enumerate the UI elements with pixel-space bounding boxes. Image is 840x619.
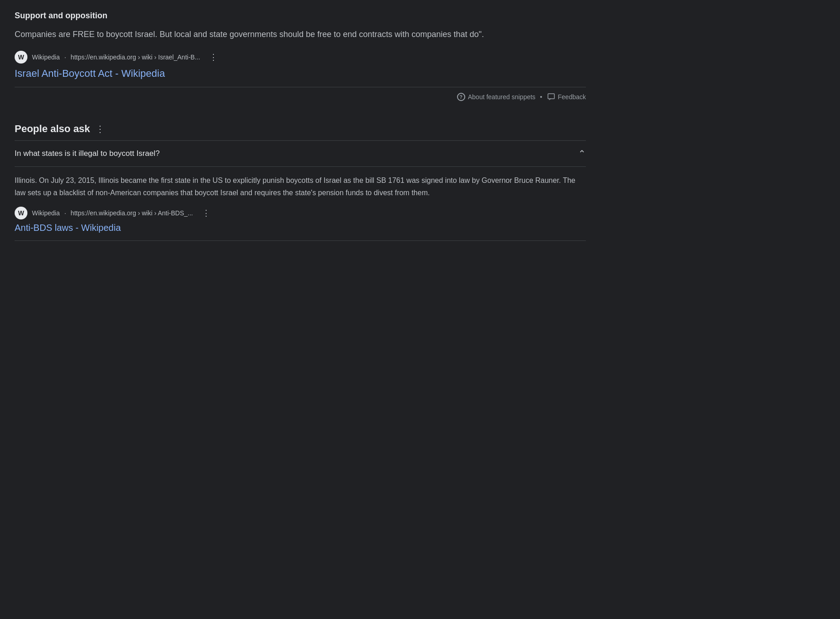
- feedback-button[interactable]: Feedback: [547, 93, 586, 101]
- paa-source-name: Wikipedia: [32, 209, 60, 217]
- paa-result-link[interactable]: Anti-BDS laws - Wikipedia: [15, 223, 586, 233]
- paa-header: People also ask ⋮: [15, 123, 586, 135]
- source-url: https://en.wikipedia.org › wiki › Israel…: [71, 53, 200, 61]
- source-row: W Wikipedia · https://en.wikipedia.org ›…: [15, 50, 586, 64]
- paa-title: People also ask: [15, 123, 90, 135]
- snippet-divider: [15, 87, 586, 87]
- snippet-heading: Support and opposition: [15, 11, 586, 21]
- source-name: Wikipedia: [32, 53, 60, 61]
- featured-snippet: Support and opposition Companies are FRE…: [15, 11, 586, 112]
- result-link[interactable]: Israel Anti-Boycott Act - Wikipedia: [15, 68, 586, 80]
- paa-source-menu-button[interactable]: ⋮: [199, 206, 213, 220]
- feedback-icon: [547, 93, 555, 101]
- wikipedia-favicon: W: [15, 51, 27, 64]
- source-menu-button[interactable]: ⋮: [207, 50, 220, 64]
- question-icon: ?: [457, 93, 465, 101]
- footer-separator: •: [540, 93, 542, 101]
- paa-wikipedia-favicon: W: [15, 207, 27, 219]
- source-separator: ·: [64, 53, 66, 61]
- about-featured-snippets-button[interactable]: ? About featured snippets: [457, 93, 536, 101]
- snippet-text: Companies are FREE to boycott Israel. Bu…: [15, 28, 586, 41]
- chevron-up-icon: ⌃: [578, 148, 586, 159]
- paa-question-row[interactable]: In what states is it illegal to boycott …: [15, 141, 586, 167]
- paa-answer-section: Illinois. On July 23, 2015, Illinois bec…: [15, 167, 586, 241]
- svg-rect-0: [548, 94, 554, 99]
- paa-question-text: In what states is it illegal to boycott …: [15, 149, 160, 158]
- paa-source-url: https://en.wikipedia.org › wiki › Anti-B…: [71, 209, 193, 217]
- about-snippets-label: About featured snippets: [468, 93, 536, 101]
- paa-source-row: W Wikipedia · https://en.wikipedia.org ›…: [15, 206, 586, 220]
- feedback-label: Feedback: [558, 93, 586, 101]
- people-also-ask-section: People also ask ⋮ In what states is it i…: [15, 123, 586, 241]
- paa-source-separator: ·: [64, 209, 66, 217]
- snippet-footer: ? About featured snippets • Feedback: [15, 93, 586, 101]
- paa-menu-icon[interactable]: ⋮: [96, 123, 105, 134]
- paa-answer-text: Illinois. On July 23, 2015, Illinois bec…: [15, 174, 586, 199]
